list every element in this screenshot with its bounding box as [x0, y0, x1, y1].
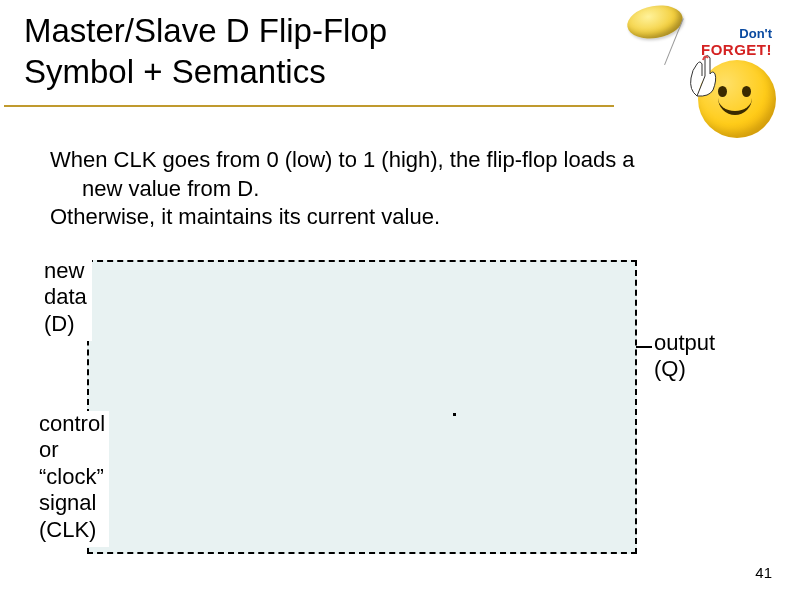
- label-clock-l5: (CLK): [39, 517, 109, 543]
- label-new-data-l3: (D): [44, 311, 92, 337]
- stray-dot: [453, 413, 456, 416]
- label-new-data-l2: data: [44, 284, 92, 310]
- body-text: When CLK goes from 0 (low) to 1 (high), …: [50, 146, 750, 232]
- label-clock-l3: “clock”: [39, 464, 109, 490]
- smiley-mouth: [718, 98, 752, 115]
- label-output: output (Q): [654, 330, 734, 383]
- diagram-dashed-box: [87, 260, 637, 554]
- diagram-area: [87, 260, 637, 554]
- body-sentence1a: When CLK goes from 0 (low) to 1 (high), …: [50, 147, 635, 172]
- crossed-fingers-icon: [682, 50, 724, 98]
- body-sentence2: Otherwise, it maintains its current valu…: [50, 204, 440, 229]
- label-clock-l4: signal: [39, 490, 109, 516]
- dont-forget-sticker: Don't FORGET!: [602, 4, 782, 134]
- sticker-line1: Don't: [701, 26, 772, 41]
- label-output-l2: (Q): [654, 356, 734, 382]
- label-output-l1: output: [654, 330, 734, 356]
- label-clock: control or “clock” signal (CLK): [39, 411, 109, 547]
- smiley-eye-right: [742, 86, 751, 97]
- label-clock-l1: control: [39, 411, 109, 437]
- body-sentence1b: new value from D.: [50, 175, 750, 204]
- label-new-data: new data (D): [44, 258, 92, 341]
- label-clock-l2: or: [39, 437, 109, 463]
- label-new-data-l1: new: [44, 258, 92, 284]
- title-underline: [4, 105, 614, 107]
- output-lead-line: [636, 346, 652, 348]
- page-number: 41: [755, 564, 772, 581]
